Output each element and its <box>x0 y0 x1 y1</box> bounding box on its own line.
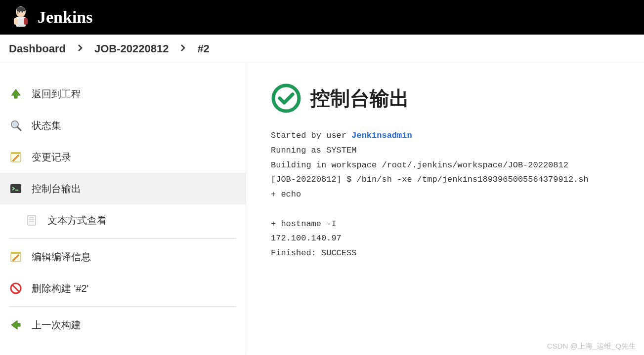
sidebar-label: 文本方式查看 <box>47 214 107 227</box>
header: Jenkins <box>0 0 644 35</box>
divider <box>9 306 237 307</box>
arrow-up-icon <box>9 87 23 101</box>
sidebar-label: 状态集 <box>32 119 61 132</box>
console-started-by: Started by user <box>271 131 351 140</box>
sidebar: 返回到工程 状态集 变更记录 控制台输出 文本方 <box>0 63 246 355</box>
sidebar-label: 上一次构建 <box>32 318 81 332</box>
sidebar-item-delete[interactable]: 删除构建 '#2' <box>0 273 246 304</box>
svg-point-9 <box>12 122 17 127</box>
svg-rect-5 <box>24 18 28 25</box>
svg-line-22 <box>12 285 19 292</box>
breadcrumb: Dashboard JOB-20220812 #2 <box>0 35 644 63</box>
chevron-right-icon <box>180 44 185 53</box>
svg-point-2 <box>16 7 25 11</box>
sidebar-item-prev[interactable]: 上一次构建 <box>0 309 246 341</box>
svg-rect-13 <box>10 184 21 193</box>
watermark: CSDN @上海_运维_Q先生 <box>547 342 636 351</box>
sidebar-label: 编辑编译信息 <box>32 250 91 264</box>
breadcrumb-dashboard[interactable]: Dashboard <box>9 42 66 55</box>
terminal-icon <box>9 182 23 196</box>
brand-text: Jenkins <box>38 8 93 27</box>
svg-rect-20 <box>11 252 21 254</box>
divider <box>9 238 237 239</box>
sidebar-label: 控制台输出 <box>32 182 81 196</box>
sidebar-item-back[interactable]: 返回到工程 <box>0 78 246 110</box>
arrow-left-icon <box>9 318 23 332</box>
sidebar-item-console-text[interactable]: 文本方式查看 <box>0 204 246 236</box>
document-icon <box>25 213 39 227</box>
console-lines: Running as SYSTEM Building in workspace … <box>271 146 589 258</box>
svg-point-23 <box>273 85 299 111</box>
breadcrumb-build[interactable]: #2 <box>197 42 209 55</box>
search-icon <box>9 118 23 132</box>
sidebar-label: 返回到工程 <box>32 87 81 101</box>
prohibited-icon <box>9 281 23 295</box>
chevron-right-icon <box>78 44 83 53</box>
sidebar-item-console[interactable]: 控制台输出 <box>0 173 246 204</box>
sidebar-item-edit[interactable]: 编辑编译信息 <box>0 241 246 273</box>
svg-point-7 <box>22 11 23 13</box>
success-check-icon <box>271 83 301 114</box>
svg-rect-12 <box>11 152 21 154</box>
sidebar-label: 变更记录 <box>32 151 71 164</box>
logo[interactable]: Jenkins <box>10 5 93 30</box>
svg-rect-15 <box>28 215 36 225</box>
sidebar-item-status[interactable]: 状态集 <box>0 110 246 141</box>
breadcrumb-job[interactable]: JOB-20220812 <box>94 42 169 55</box>
svg-line-10 <box>17 127 21 130</box>
svg-rect-4 <box>14 18 18 25</box>
console-output: Started by user Jenkinsadmin Running as … <box>271 128 619 261</box>
jenkins-logo-icon <box>10 5 32 30</box>
notepad-icon <box>9 150 23 164</box>
page-title-row: 控制台输出 <box>271 83 619 114</box>
main-content: 控制台输出 Started by user Jenkinsadmin Runni… <box>246 63 644 355</box>
notepad-edit-icon <box>9 250 23 264</box>
page-title: 控制台输出 <box>310 85 409 112</box>
sidebar-item-changes[interactable]: 变更记录 <box>0 141 246 173</box>
sidebar-label: 删除构建 '#2' <box>32 282 88 295</box>
console-user-link[interactable]: Jenkinsadmin <box>351 131 412 140</box>
svg-point-6 <box>19 11 20 13</box>
